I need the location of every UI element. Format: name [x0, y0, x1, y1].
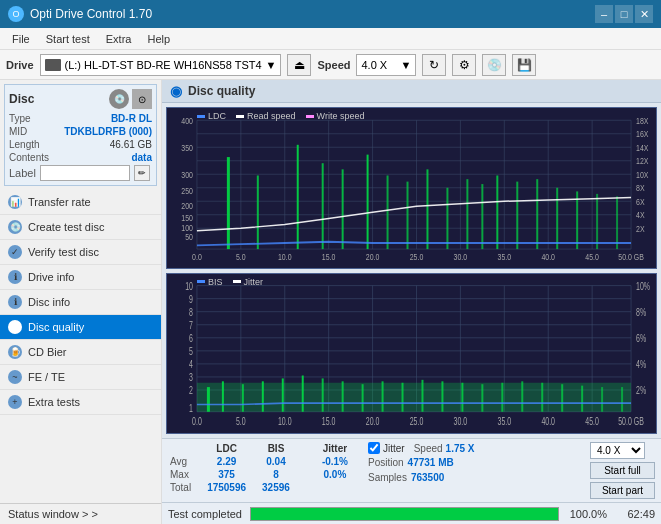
refresh-button[interactable]: ↻: [422, 54, 446, 76]
svg-rect-65: [556, 188, 558, 249]
toolbar: Drive (L:) HL-DT-ST BD-RE WH16NS58 TST4 …: [0, 50, 661, 80]
nav-disc-quality-label: Disc quality: [28, 321, 84, 333]
main-area: Disc 💿 ⊙ Type BD-R DL MID TDKBLDRFB (000…: [0, 80, 661, 524]
svg-rect-66: [576, 191, 578, 249]
svg-rect-52: [297, 145, 299, 249]
avg-jitter: -0.1%: [314, 455, 356, 468]
svg-rect-123: [302, 375, 304, 411]
nav-cd-bier-label: CD Bier: [28, 346, 67, 358]
window-controls: – □ ✕: [595, 5, 653, 23]
row-avg-label: Avg: [168, 455, 199, 468]
label-edit-button[interactable]: ✏: [134, 165, 150, 181]
speed-value: 1.75 X: [446, 443, 475, 454]
chart2-legend: BIS Jitter: [197, 277, 263, 287]
svg-rect-135: [541, 382, 543, 411]
svg-text:2X: 2X: [636, 224, 645, 234]
ldc-chart: LDC Read speed Write speed: [166, 107, 657, 269]
disc-btn[interactable]: ⊙: [132, 89, 152, 109]
disc-contents-label: Contents: [9, 152, 49, 163]
jitter-speed-section: Jitter Speed 1.75 X Position 47731 MB Sa…: [368, 442, 475, 485]
save-button[interactable]: 💾: [512, 54, 536, 76]
svg-text:30.0: 30.0: [454, 252, 468, 262]
drive-info-icon: ℹ: [8, 270, 22, 284]
menu-start-test[interactable]: Start test: [38, 31, 98, 47]
svg-rect-121: [262, 381, 264, 411]
disc-quality-header: ◉ Disc quality: [162, 80, 661, 103]
eject-button[interactable]: ⏏: [287, 54, 311, 76]
menu-help[interactable]: Help: [139, 31, 178, 47]
nav-drive-info[interactable]: ℹ Drive info: [0, 265, 161, 290]
svg-text:20.0: 20.0: [366, 252, 380, 262]
svg-rect-120: [242, 384, 244, 412]
nav-disc-info[interactable]: ℹ Disc info: [0, 290, 161, 315]
nav-disc-info-label: Disc info: [28, 296, 70, 308]
disc-button[interactable]: 💿: [482, 54, 506, 76]
svg-rect-129: [421, 379, 423, 411]
cd-bier-icon: 🍺: [8, 345, 22, 359]
status-window[interactable]: Status window > >: [0, 503, 161, 524]
svg-rect-118: [207, 387, 210, 412]
settings-button[interactable]: ⚙: [452, 54, 476, 76]
minimize-button[interactable]: –: [595, 5, 613, 23]
avg-bis: 0.04: [254, 455, 298, 468]
status-window-label: Status window > >: [8, 508, 98, 520]
sidebar: Disc 💿 ⊙ Type BD-R DL MID TDKBLDRFB (000…: [0, 80, 162, 524]
svg-rect-137: [581, 385, 583, 411]
nav-cd-bier[interactable]: 🍺 CD Bier: [0, 340, 161, 365]
svg-rect-119: [222, 381, 224, 411]
nav-disc-quality[interactable]: ◉ Disc quality: [0, 315, 161, 340]
progress-bar-outer: [250, 507, 559, 521]
svg-rect-132: [481, 384, 483, 412]
app-title: Opti Drive Control 1.70: [30, 7, 152, 21]
disc-type-value: BD-R DL: [111, 113, 152, 124]
speed-select-inline[interactable]: 4.0 X 2.0 X 1.0 X: [590, 442, 645, 459]
disc-contents-value: data: [131, 152, 152, 163]
svg-text:400: 400: [181, 116, 193, 126]
nav-extra-tests[interactable]: + Extra tests: [0, 390, 161, 415]
maximize-button[interactable]: □: [615, 5, 633, 23]
total-bis: 32596: [254, 481, 298, 494]
svg-text:15.0: 15.0: [322, 252, 336, 262]
svg-text:40.0: 40.0: [541, 415, 555, 427]
position-value: 47731 MB: [408, 457, 454, 468]
nav-create-test-disc[interactable]: 💿 Create test disc: [0, 215, 161, 240]
svg-text:4%: 4%: [636, 358, 646, 370]
svg-text:10: 10: [185, 280, 193, 292]
speed-select[interactable]: 4.0 X ▼: [356, 54, 416, 76]
row-total-label: Total: [168, 481, 199, 494]
menu-file[interactable]: File: [4, 31, 38, 47]
start-part-button[interactable]: Start part: [590, 482, 655, 499]
content-area: ◉ Disc quality LDC Read speed: [162, 80, 661, 524]
menu-extra[interactable]: Extra: [98, 31, 140, 47]
legend-ldc: LDC: [208, 111, 226, 121]
disc-label-input[interactable]: [40, 165, 130, 181]
legend-write: Write speed: [317, 111, 365, 121]
jitter-checkbox[interactable]: [368, 442, 380, 454]
svg-text:2%: 2%: [636, 385, 646, 397]
nav-fe-te[interactable]: ~ FE / TE: [0, 365, 161, 390]
svg-text:40.0: 40.0: [541, 252, 555, 262]
svg-text:6: 6: [189, 332, 193, 344]
drive-select[interactable]: (L:) HL-DT-ST BD-RE WH16NS58 TST4 ▼: [40, 54, 282, 76]
row-max-label: Max: [168, 468, 199, 481]
nav-transfer-rate[interactable]: 📊 Transfer rate: [0, 190, 161, 215]
svg-rect-138: [601, 387, 603, 412]
nav-verify-label: Verify test disc: [28, 246, 99, 258]
app-icon: O: [8, 6, 24, 22]
charts-area: LDC Read speed Write speed: [162, 103, 661, 438]
svg-rect-134: [521, 381, 523, 411]
disc-quality-icon: ◉: [8, 320, 22, 334]
svg-text:50: 50: [185, 233, 193, 243]
close-button[interactable]: ✕: [635, 5, 653, 23]
col-jitter: Jitter: [314, 442, 356, 455]
svg-text:350: 350: [181, 143, 193, 153]
nav-verify-test-disc[interactable]: ✓ Verify test disc: [0, 240, 161, 265]
dq-title: Disc quality: [188, 84, 255, 98]
svg-text:250: 250: [181, 186, 193, 196]
svg-text:14X: 14X: [636, 143, 649, 153]
extra-tests-icon: +: [8, 395, 22, 409]
total-ldc: 1750596: [199, 481, 254, 494]
start-full-button[interactable]: Start full: [590, 462, 655, 479]
disc-label-label: Label: [9, 167, 36, 179]
svg-rect-54: [342, 169, 344, 249]
